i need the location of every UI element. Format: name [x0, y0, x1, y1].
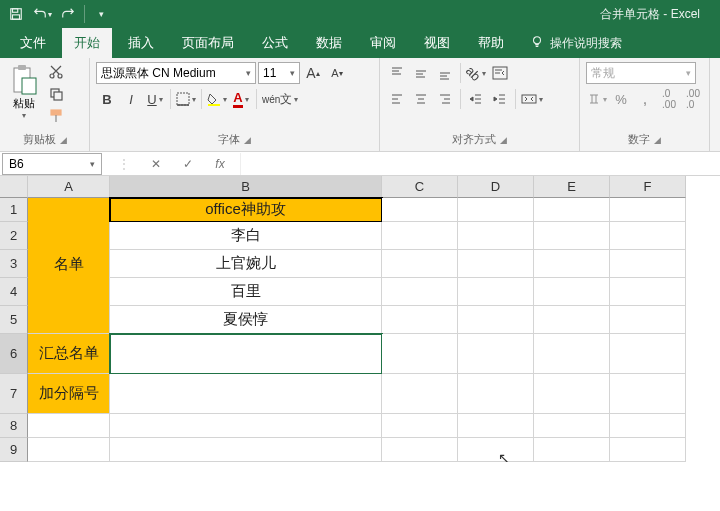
svg-rect-6	[22, 78, 36, 94]
font-color-button[interactable]: A▾	[230, 88, 252, 110]
align-top-icon[interactable]	[386, 62, 408, 84]
svg-rect-5	[18, 65, 26, 70]
number-launcher-icon[interactable]: ◢	[654, 135, 661, 145]
cell-A7[interactable]: 加分隔号	[28, 374, 110, 414]
paste-button[interactable]: 粘贴 ▾	[6, 62, 42, 120]
ribbon-tabs: 文件 开始 插入 页面布局 公式 数据 审阅 视图 帮助 操作说明搜索	[0, 28, 720, 58]
italic-button[interactable]: I	[120, 88, 142, 110]
decrease-font-icon[interactable]: A▾	[326, 62, 348, 84]
increase-indent-icon[interactable]	[489, 88, 511, 110]
cell-A-merged[interactable]: 名单	[28, 250, 110, 278]
underline-button[interactable]: U▾	[144, 88, 166, 110]
qat-customize-icon[interactable]: ▾	[89, 2, 113, 26]
format-painter-icon[interactable]	[46, 106, 66, 126]
cell-B4[interactable]: 百里	[110, 278, 382, 306]
col-header-E[interactable]: E	[534, 176, 610, 198]
bold-button[interactable]: B	[96, 88, 118, 110]
svg-rect-40	[522, 95, 536, 103]
decrease-indent-icon[interactable]	[465, 88, 487, 110]
increase-font-icon[interactable]: A▴	[302, 62, 324, 84]
enter-icon[interactable]: ✓	[176, 157, 200, 171]
cell-B6[interactable]	[110, 334, 382, 374]
cell-A6[interactable]: 汇总名单	[28, 334, 110, 374]
formula-bar-row: B6▾ ⋮ ✕ ✓ fx	[0, 152, 720, 176]
cell-C1[interactable]	[382, 198, 458, 222]
tab-file[interactable]: 文件	[8, 28, 58, 58]
svg-rect-2	[13, 15, 20, 19]
copy-icon[interactable]	[46, 84, 66, 104]
col-header-D[interactable]: D	[458, 176, 534, 198]
redo-icon[interactable]	[56, 2, 80, 26]
column-header-row: A B C D E F	[0, 176, 720, 198]
clipboard-launcher-icon[interactable]: ◢	[60, 135, 67, 145]
cell-E1[interactable]	[534, 198, 610, 222]
group-alignment: ab▾ ▾ 对齐方式◢	[380, 58, 580, 151]
cancel-icon[interactable]: ✕	[144, 157, 168, 171]
tab-review[interactable]: 审阅	[358, 28, 408, 58]
number-format-combo[interactable]: 常规▾	[586, 62, 696, 84]
fx-icon[interactable]: fx	[208, 157, 232, 171]
cell-A2[interactable]	[28, 222, 110, 250]
tab-data[interactable]: 数据	[304, 28, 354, 58]
svg-rect-12	[177, 93, 189, 105]
row-header-4[interactable]: 4	[0, 278, 28, 306]
row-header-2[interactable]: 2	[0, 222, 28, 250]
lightbulb-icon	[530, 35, 544, 52]
currency-icon[interactable]: ▾	[586, 88, 608, 110]
group-clipboard: 粘贴 ▾ 剪贴板◢	[0, 58, 90, 151]
col-header-B[interactable]: B	[110, 176, 382, 198]
decrease-decimal-icon[interactable]: .00.0	[682, 88, 704, 110]
cell-B1[interactable]: office神助攻	[110, 198, 382, 222]
tab-home[interactable]: 开始	[62, 28, 112, 58]
tab-insert[interactable]: 插入	[116, 28, 166, 58]
row-header-5[interactable]: 5	[0, 306, 28, 334]
align-right-icon[interactable]	[434, 88, 456, 110]
border-button[interactable]: ▾	[175, 88, 197, 110]
merge-button[interactable]: ▾	[520, 88, 544, 110]
svg-point-3	[534, 37, 541, 44]
tell-me-search[interactable]: 操作说明搜索	[520, 29, 632, 58]
svg-point-8	[58, 74, 62, 78]
row-header-7[interactable]: 7	[0, 374, 28, 414]
comma-icon[interactable]: ,	[634, 88, 656, 110]
tab-view[interactable]: 视图	[412, 28, 462, 58]
align-center-icon[interactable]	[410, 88, 432, 110]
phonetic-button[interactable]: wén文▾	[261, 88, 299, 110]
formula-bar[interactable]	[240, 153, 720, 175]
cell-B5[interactable]: 夏侯惇	[110, 306, 382, 334]
fill-color-button[interactable]: ▾	[206, 88, 228, 110]
cell-D1[interactable]	[458, 198, 534, 222]
wrap-text-icon[interactable]	[489, 62, 511, 84]
font-name-combo[interactable]: 思源黑体 CN Medium▾	[96, 62, 256, 84]
cell-F1[interactable]	[610, 198, 686, 222]
cell-A1[interactable]	[28, 198, 110, 222]
align-launcher-icon[interactable]: ◢	[500, 135, 507, 145]
save-icon[interactable]	[4, 2, 28, 26]
select-all-corner[interactable]	[0, 176, 28, 198]
orientation-icon[interactable]: ab▾	[465, 62, 487, 84]
align-left-icon[interactable]	[386, 88, 408, 110]
name-box[interactable]: B6▾	[2, 153, 102, 175]
increase-decimal-icon[interactable]: .0.00	[658, 88, 680, 110]
cut-icon[interactable]	[46, 62, 66, 82]
col-header-A[interactable]: A	[28, 176, 110, 198]
col-header-F[interactable]: F	[610, 176, 686, 198]
font-size-combo[interactable]: 11▾	[258, 62, 300, 84]
percent-icon[interactable]: %	[610, 88, 632, 110]
col-header-C[interactable]: C	[382, 176, 458, 198]
tab-formulas[interactable]: 公式	[250, 28, 300, 58]
row-header-8[interactable]: 8	[0, 414, 28, 438]
tab-help[interactable]: 帮助	[466, 28, 516, 58]
align-middle-icon[interactable]	[410, 62, 432, 84]
align-bottom-icon[interactable]	[434, 62, 456, 84]
cell-B3[interactable]: 上官婉儿	[110, 250, 382, 278]
window-title: 合并单元格 - Excel	[113, 6, 716, 23]
row-header-1[interactable]: 1	[0, 198, 28, 222]
row-header-9[interactable]: 9	[0, 438, 28, 462]
row-header-3[interactable]: 3	[0, 250, 28, 278]
cell-B2[interactable]: 李白	[110, 222, 382, 250]
row-header-6[interactable]: 6	[0, 334, 28, 374]
tab-layout[interactable]: 页面布局	[170, 28, 246, 58]
undo-icon[interactable]: ▾	[30, 2, 54, 26]
font-launcher-icon[interactable]: ◢	[244, 135, 251, 145]
